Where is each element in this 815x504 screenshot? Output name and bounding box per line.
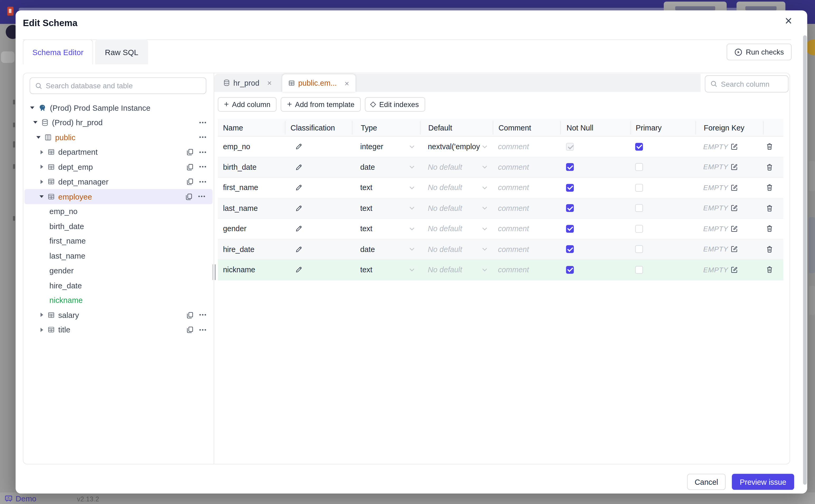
not-null-checkbox[interactable]: [566, 204, 574, 212]
not-null-checkbox[interactable]: [566, 266, 574, 274]
copy-icon[interactable]: [186, 312, 193, 318]
foreign-key-cell[interactable]: EMPTY: [696, 178, 763, 198]
cancel-button[interactable]: Cancel: [687, 474, 726, 490]
pencil-icon[interactable]: [295, 143, 302, 150]
not-null-cell[interactable]: [560, 157, 630, 177]
primary-checkbox[interactable]: [635, 225, 643, 233]
caret-right-icon[interactable]: [39, 165, 44, 169]
classification-cell[interactable]: [285, 219, 352, 239]
comment-input[interactable]: comment: [493, 178, 560, 198]
type-select[interactable]: text: [352, 260, 420, 280]
edit-indexes-button[interactable]: Edit indexes: [365, 97, 425, 112]
copy-icon[interactable]: [186, 178, 193, 185]
copy-icon[interactable]: [186, 149, 193, 156]
tree-item-table-department[interactable]: department: [23, 145, 214, 159]
edit-icon[interactable]: [731, 266, 738, 273]
comment-input[interactable]: comment: [493, 157, 560, 177]
foreign-key-cell[interactable]: EMPTY: [696, 260, 763, 280]
primary-cell[interactable]: [630, 137, 695, 157]
edit-icon[interactable]: [731, 246, 738, 253]
delete-cell[interactable]: [763, 137, 783, 157]
classification-cell[interactable]: [285, 137, 352, 157]
comment-input[interactable]: comment: [493, 239, 560, 259]
type-select[interactable]: integer: [352, 137, 420, 157]
not-null-cell[interactable]: [560, 239, 630, 259]
delete-cell[interactable]: [763, 157, 783, 177]
not-null-cell[interactable]: [560, 137, 630, 157]
column-name[interactable]: first_name: [218, 178, 285, 198]
copy-icon[interactable]: [186, 163, 193, 170]
tree-item-table-dept-manager[interactable]: dept_manager: [23, 174, 214, 189]
default-select[interactable]: No default: [420, 219, 493, 239]
caret-down-icon[interactable]: [33, 121, 38, 124]
tree-column-nickname[interactable]: nickname: [23, 293, 214, 307]
tree-column-first-name[interactable]: first_name: [23, 234, 214, 248]
tree-column-hire-date[interactable]: hire_date: [23, 278, 214, 293]
classification-cell[interactable]: [285, 178, 352, 198]
tab-raw-sql[interactable]: Raw SQL: [95, 40, 148, 65]
caret-right-icon[interactable]: [39, 150, 44, 154]
type-select[interactable]: date: [352, 157, 420, 177]
type-select[interactable]: text: [352, 219, 420, 239]
not-null-cell[interactable]: [560, 260, 630, 280]
add-from-template-button[interactable]: +Add from template: [281, 97, 361, 112]
trash-icon[interactable]: [766, 143, 773, 150]
delete-cell[interactable]: [763, 198, 783, 218]
more-icon[interactable]: [199, 136, 206, 138]
column-search-input[interactable]: Search column: [705, 75, 788, 93]
tree-item-table-employee[interactable]: employee: [25, 189, 212, 204]
editor-tab-public-employee[interactable]: public.em... ×: [282, 74, 355, 92]
edit-icon[interactable]: [731, 184, 738, 191]
tree-item-schema-public[interactable]: public: [23, 130, 214, 145]
foreign-key-cell[interactable]: EMPTY: [696, 219, 763, 239]
default-select[interactable]: No default: [420, 239, 493, 259]
column-name[interactable]: nickname: [218, 260, 285, 280]
primary-checkbox[interactable]: [635, 143, 643, 151]
caret-right-icon[interactable]: [39, 180, 44, 184]
pencil-icon[interactable]: [295, 266, 302, 273]
more-icon[interactable]: [199, 122, 206, 124]
trash-icon[interactable]: [766, 246, 773, 253]
editor-tab-hr-prod[interactable]: hr_prod ×: [214, 74, 278, 92]
default-select[interactable]: No default: [420, 157, 493, 177]
primary-cell[interactable]: [630, 239, 695, 259]
primary-cell[interactable]: [630, 157, 695, 177]
not-null-cell[interactable]: [560, 219, 630, 239]
delete-cell[interactable]: [763, 239, 783, 259]
not-null-checkbox[interactable]: [566, 184, 574, 192]
more-icon[interactable]: [199, 329, 206, 331]
type-select[interactable]: text: [352, 198, 420, 218]
column-name[interactable]: birth_date: [218, 157, 285, 177]
column-name[interactable]: gender: [218, 219, 285, 239]
preview-issue-button[interactable]: Preview issue: [732, 474, 794, 490]
not-null-checkbox[interactable]: [566, 225, 574, 233]
trash-icon[interactable]: [766, 184, 773, 191]
trash-icon[interactable]: [766, 205, 773, 212]
tree-column-emp-no[interactable]: emp_no: [23, 204, 214, 219]
not-null-cell[interactable]: [560, 198, 630, 218]
delete-cell[interactable]: [763, 178, 783, 198]
tab-schema-editor[interactable]: Schema Editor: [23, 40, 93, 65]
classification-cell[interactable]: [285, 260, 352, 280]
caret-right-icon[interactable]: [39, 313, 44, 317]
not-null-cell[interactable]: [560, 178, 630, 198]
pencil-icon[interactable]: [295, 205, 302, 212]
database-search-input[interactable]: Search database and table: [30, 77, 206, 94]
primary-checkbox[interactable]: [635, 245, 643, 253]
tree-column-gender[interactable]: gender: [23, 263, 214, 278]
copy-icon[interactable]: [186, 193, 192, 200]
primary-cell[interactable]: [630, 198, 695, 218]
more-icon[interactable]: [199, 166, 206, 168]
foreign-key-cell[interactable]: EMPTY: [696, 157, 763, 177]
more-icon[interactable]: [199, 151, 206, 153]
tree-item-table-salary[interactable]: salary: [23, 308, 214, 322]
trash-icon[interactable]: [766, 225, 773, 232]
default-select[interactable]: No default: [420, 198, 493, 218]
run-checks-button[interactable]: Run checks: [727, 44, 792, 60]
primary-checkbox[interactable]: [635, 184, 643, 192]
primary-cell[interactable]: [630, 178, 695, 198]
copy-icon[interactable]: [186, 326, 193, 333]
more-icon[interactable]: [199, 181, 206, 183]
edit-icon[interactable]: [731, 143, 738, 150]
column-name[interactable]: last_name: [218, 198, 285, 218]
